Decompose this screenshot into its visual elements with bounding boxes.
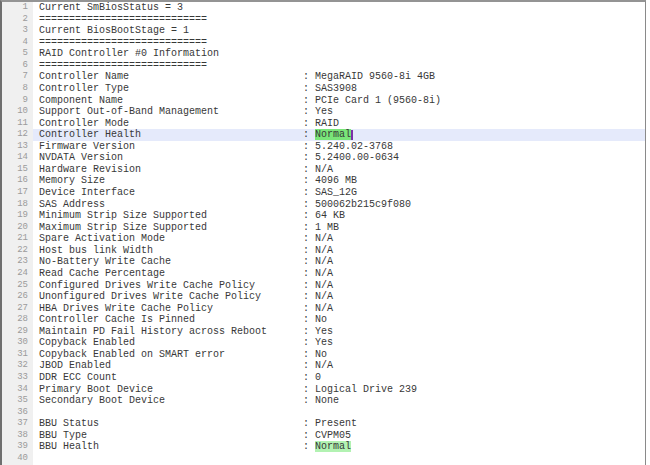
editor-line[interactable]: 29Maintain PD Fail History across Reboot…	[2, 326, 645, 338]
line-number: 6	[2, 60, 33, 72]
editor-line[interactable]: 31Copyback Enabled on SMART error: No	[2, 349, 645, 361]
line-content: Minimum Strip Size Supported: 64 KB	[33, 210, 645, 222]
editor-line[interactable]: 36	[2, 407, 645, 419]
editor-line[interactable]: 20Maximum Strip Size Supported: 1 MB	[2, 222, 645, 234]
editor-line[interactable]: 15Hardware Revision: N/A	[2, 164, 645, 176]
line-number: 39	[2, 441, 33, 453]
colon-separator: :	[303, 129, 315, 140]
editor-line[interactable]: 35Secondary Boot Device: None	[2, 395, 645, 407]
field-label: Copyback Enabled	[39, 337, 303, 349]
line-content	[33, 407, 645, 419]
line-number: 17	[2, 187, 33, 199]
editor-line[interactable]: 23No-Battery Write Cache: N/A	[2, 256, 645, 268]
editor-line[interactable]: 1Current SmBiosStatus = 3	[2, 2, 645, 14]
field-label: Controller Name	[39, 71, 303, 83]
editor-line[interactable]: 19Minimum Strip Size Supported: 64 KB	[2, 210, 645, 222]
editor-line[interactable]: 2============================	[2, 14, 645, 26]
editor-line[interactable]: 4============================	[2, 37, 645, 49]
line-content: DDR ECC Count: 0	[33, 372, 645, 384]
line-number: 15	[2, 164, 33, 176]
text-editor[interactable]: 1Current SmBiosStatus = 32==============…	[0, 0, 646, 465]
line-content: Unonfigured Drives Write Cache Policy: N…	[33, 291, 645, 303]
line-number: 5	[2, 48, 33, 60]
editor-line[interactable]: 6============================	[2, 60, 645, 72]
line-content: Controller Mode: RAID	[33, 118, 645, 130]
line-number: 27	[2, 303, 33, 315]
colon-separator: :	[303, 95, 315, 106]
editor-line[interactable]: 30Copyback Enabled: Yes	[2, 337, 645, 349]
line-number: 21	[2, 233, 33, 245]
editor-line[interactable]: 22Host bus link Width: N/A	[2, 245, 645, 257]
line-number: 25	[2, 280, 33, 292]
editor-line[interactable]: 11Controller Mode: RAID	[2, 118, 645, 130]
editor-line[interactable]: 10Support Out-of-Band Management: Yes	[2, 106, 645, 118]
editor-line[interactable]: 26Unonfigured Drives Write Cache Policy:…	[2, 291, 645, 303]
editor-line[interactable]: 9Component Name: PCIe Card 1 (9560-8i)	[2, 95, 645, 107]
editor-line[interactable]: 12Controller Health: Normal	[2, 129, 645, 141]
field-value: N/A	[315, 268, 333, 279]
field-label: Spare Activation Mode	[39, 233, 303, 245]
field-label: SAS Address	[39, 199, 303, 211]
line-content: BBU Type: CVPM05	[33, 430, 645, 442]
editor-line[interactable]: 39BBU Health: Normal	[2, 441, 645, 453]
colon-separator: :	[303, 337, 315, 348]
editor-line[interactable]: 7Controller Name: MegaRAID 9560-8i 4GB	[2, 71, 645, 83]
editor-line[interactable]: 34Primary Boot Device: Logical Drive 239	[2, 384, 645, 396]
editor-line[interactable]: 37BBU Status: Present	[2, 418, 645, 430]
line-number: 22	[2, 245, 33, 257]
line-content: Host bus link Width: N/A	[33, 245, 645, 257]
editor-line[interactable]: 17Device Interface: SAS_12G	[2, 187, 645, 199]
line-number: 16	[2, 175, 33, 187]
line-number: 9	[2, 95, 33, 107]
field-value: None	[315, 395, 339, 406]
editor-line[interactable]: 28Controller Cache Is Pinned: No	[2, 314, 645, 326]
field-value: N/A	[315, 233, 333, 244]
line-content: Read Cache Percentage: N/A	[33, 268, 645, 280]
editor-line[interactable]: 16Memory Size: 4096 MB	[2, 175, 645, 187]
line-number: 31	[2, 349, 33, 361]
editor-line[interactable]: 33DDR ECC Count: 0	[2, 372, 645, 384]
field-value: 64 KB	[315, 210, 345, 221]
line-content	[33, 453, 645, 465]
search-match: Normal	[315, 129, 351, 140]
line-number: 20	[2, 222, 33, 234]
colon-separator: :	[303, 326, 315, 337]
line-content: Support Out-of-Band Management: Yes	[33, 106, 645, 118]
editor-line[interactable]: 24Read Cache Percentage: N/A	[2, 268, 645, 280]
editor-line[interactable]: 25Configured Drives Write Cache Policy: …	[2, 280, 645, 292]
editor-line[interactable]: 5RAID Controller #0 Information	[2, 48, 645, 60]
line-number: 3	[2, 25, 33, 37]
field-label: DDR ECC Count	[39, 372, 303, 384]
field-value: No	[315, 314, 327, 325]
editor-line[interactable]: 38BBU Type: CVPM05	[2, 430, 645, 442]
line-content: ============================	[33, 14, 645, 26]
field-value: Yes	[315, 326, 333, 337]
field-value: 4096 MB	[315, 175, 357, 186]
editor-line[interactable]: 32JBOD Enabled: N/A	[2, 360, 645, 372]
editor-line[interactable]: 14NVDATA Version: 5.2400.00-0634	[2, 152, 645, 164]
line-content: Current BiosBootStage = 1	[33, 25, 645, 37]
field-value: Present	[315, 418, 357, 429]
field-label: BBU Status	[39, 418, 303, 430]
line-content: Controller Health: Normal	[33, 129, 645, 141]
colon-separator: :	[303, 187, 315, 198]
editor-rows: 1Current SmBiosStatus = 32==============…	[2, 2, 645, 465]
editor-line[interactable]: 13Firmware Version: 5.240.02-3768	[2, 141, 645, 153]
field-value: SAS3908	[315, 83, 357, 94]
line-number: 23	[2, 256, 33, 268]
line-number: 37	[2, 418, 33, 430]
colon-separator: :	[303, 175, 315, 186]
field-value: 5.240.02-3768	[315, 141, 393, 152]
editor-line[interactable]: 27HBA Drives Write Cache Policy: N/A	[2, 303, 645, 315]
field-label: Firmware Version	[39, 141, 303, 153]
colon-separator: :	[303, 291, 315, 302]
editor-line[interactable]: 21Spare Activation Mode: N/A	[2, 233, 645, 245]
field-label: Copyback Enabled on SMART error	[39, 349, 303, 361]
editor-line[interactable]: 8Controller Type: SAS3908	[2, 83, 645, 95]
text-caret	[351, 130, 353, 140]
editor-line[interactable]: 40	[2, 453, 645, 465]
editor-line[interactable]: 18SAS Address: 500062b215c9f080	[2, 199, 645, 211]
editor-line[interactable]: 3Current BiosBootStage = 1	[2, 25, 645, 37]
field-value: No	[315, 349, 327, 360]
colon-separator: :	[303, 141, 315, 152]
